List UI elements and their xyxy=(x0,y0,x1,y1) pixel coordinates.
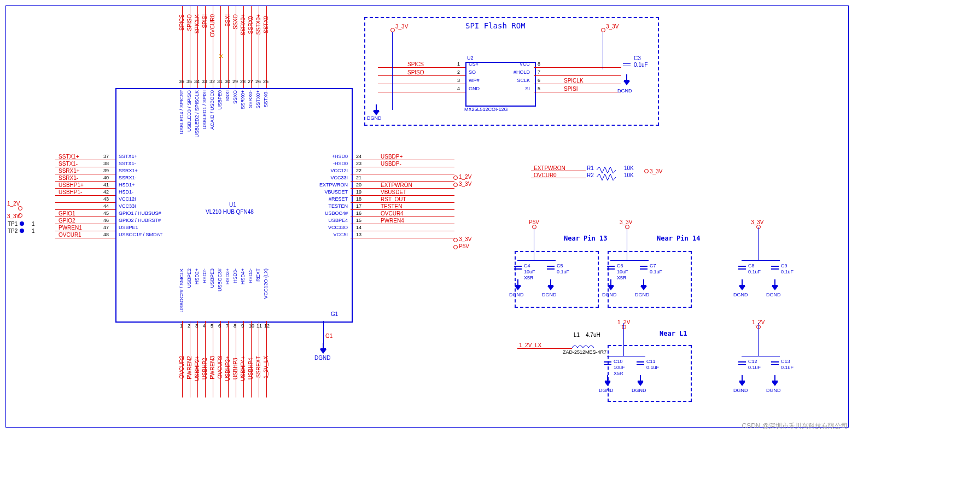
near13-label: Near Pin 13 xyxy=(564,235,607,242)
wire-right-24 xyxy=(351,160,454,160)
pin-num-31: 31 xyxy=(217,79,223,84)
cap-C13 xyxy=(771,361,779,365)
near13-pwr-lbl: P5V xyxy=(529,219,539,225)
pin-name-35: USBLED3 / SPISO xyxy=(186,90,192,132)
pin-name-33: USBLED1 / SPISI xyxy=(202,90,207,130)
pin-num-43: 43 xyxy=(103,196,109,202)
pin-num-10: 10 xyxy=(249,323,254,329)
wire-left-42 xyxy=(55,195,115,196)
cap-C8 xyxy=(738,266,746,270)
u2-rnet-5: SPISI xyxy=(564,86,578,92)
pin-num-38: 38 xyxy=(103,161,109,166)
cap-C4 xyxy=(514,266,522,270)
u2-lnum-3: 3 xyxy=(457,78,460,83)
wire-left-38 xyxy=(55,167,115,167)
3-3v-label-l: 3_3V xyxy=(7,213,20,219)
cap-C12 xyxy=(738,361,746,365)
C4-val: 10uF xyxy=(524,269,535,274)
c3-val: 0.1uF xyxy=(634,62,648,68)
net-t-35: SPISO xyxy=(186,14,192,31)
pin13-p5v xyxy=(453,245,458,249)
u2-ref: U2 xyxy=(467,55,474,61)
wire-left-46 xyxy=(55,224,115,224)
net-t-29: SSXO xyxy=(232,14,238,30)
r1-ref: R1 xyxy=(587,165,594,171)
pin-name-48: USBOC1# / SMDAT xyxy=(119,232,162,237)
pin-num-35: 35 xyxy=(186,79,192,84)
pin-num-13: 13 xyxy=(356,232,361,237)
spi-3v-left-label: 3_3V xyxy=(395,24,408,30)
u2-lwire-4 xyxy=(378,92,465,92)
net-SSRX1+: SSRX1+ xyxy=(59,168,80,174)
u2-lnet-1: SPICS xyxy=(407,61,424,67)
C4-note: X5R xyxy=(524,275,534,280)
pin-name-1: USBOC2# / SMCLK xyxy=(179,268,184,313)
r2-val: 10K xyxy=(624,172,634,178)
C11-ref: C11 xyxy=(646,359,656,364)
pin-num-16: 16 xyxy=(356,211,361,216)
pin-num-22: 22 xyxy=(356,168,361,173)
c3-ref: C3 xyxy=(634,55,641,61)
near14-pwr-lbl: 3_3V xyxy=(620,219,632,225)
pin-num-42: 42 xyxy=(103,189,109,195)
net-t-30: SSXI xyxy=(225,14,231,27)
C6-ref: C6 xyxy=(617,263,623,268)
u2-lwire-3 xyxy=(378,84,465,84)
cap-C6 xyxy=(607,266,615,270)
wire-left-44 xyxy=(55,209,115,210)
pin-num-17: 17 xyxy=(356,203,361,209)
C12-val: 0.1uF xyxy=(748,365,761,370)
net-GPIO1: GPIO1 xyxy=(59,211,75,217)
u1-ref: U1 xyxy=(229,202,236,208)
wire-left-37 xyxy=(55,160,115,160)
wire-left-45 xyxy=(55,217,115,217)
r-3v-label: 3_3V xyxy=(650,168,662,174)
r1-wire xyxy=(531,171,586,171)
net-r-18: RST_OUT xyxy=(381,196,406,202)
wire-right-13 xyxy=(351,238,454,238)
pin-num-37: 37 xyxy=(103,154,109,159)
g1-wire xyxy=(323,321,324,343)
wire-left-47 xyxy=(55,231,115,231)
nearl1-label: Near L1 xyxy=(660,330,687,337)
pin-name-41: HSD1+ xyxy=(119,182,135,188)
power-1-2v-left xyxy=(18,206,22,211)
1-2v-label-l: 1_2V xyxy=(7,201,20,207)
pin21-3v3-lbl: 3_3V xyxy=(459,181,471,187)
net-b-1: OVCUR2 xyxy=(179,356,185,379)
l1-part: ZAD-2512MES-4R7 xyxy=(563,349,606,355)
pin-num-28: 28 xyxy=(240,79,246,84)
net-SSTX1-: SSTX1- xyxy=(59,161,78,167)
l1-wire xyxy=(517,348,572,349)
no-connect-x: ✕ xyxy=(218,52,224,60)
pin-name-3: HSD2+ xyxy=(194,268,200,284)
pin-name-40: SSRX1- xyxy=(119,175,137,180)
r-3v xyxy=(644,169,649,173)
pin-num-6: 6 xyxy=(218,323,221,329)
c8c9-pwr xyxy=(756,225,761,229)
net-GPIO2: GPIO2 xyxy=(59,218,75,224)
C13-ref: C13 xyxy=(781,359,790,364)
pin-name-34: USBLED2 / SPISCLK xyxy=(194,90,200,138)
pin21-3v3 xyxy=(453,183,458,187)
wire-top-31 xyxy=(220,6,221,88)
pin14-3v3-lbl: 3_3V xyxy=(459,236,471,242)
tp1-val: 1 xyxy=(32,221,35,227)
u2-rwire-8 xyxy=(534,67,621,68)
pin-num-46: 46 xyxy=(103,218,109,223)
schematic-canvas: U1 VL210 HUB QFN48 SSTX1+37SSTX1+SSTX1-3… xyxy=(5,5,849,428)
r2-wire xyxy=(531,178,586,178)
nearl1-pwr xyxy=(622,325,626,329)
spi-3v-right-label: 3_3V xyxy=(606,24,619,30)
net-PWREN1: PWREN1 xyxy=(59,225,82,231)
near13-pwr xyxy=(532,225,536,229)
u1-part: VL210 HUB QFN48 xyxy=(206,209,254,215)
pin-name-6: USBOC3# xyxy=(217,268,223,291)
cap-C9 xyxy=(771,266,779,270)
pin-name-28: SSRX0+ xyxy=(240,90,246,109)
spi-title: SPI Flash ROM xyxy=(465,21,526,30)
u2-lnet-2: SPISO xyxy=(407,69,424,75)
pin-num-5: 5 xyxy=(211,323,213,329)
l1-net: 1_2V_LX xyxy=(519,342,541,348)
wire-left-40 xyxy=(55,181,115,182)
